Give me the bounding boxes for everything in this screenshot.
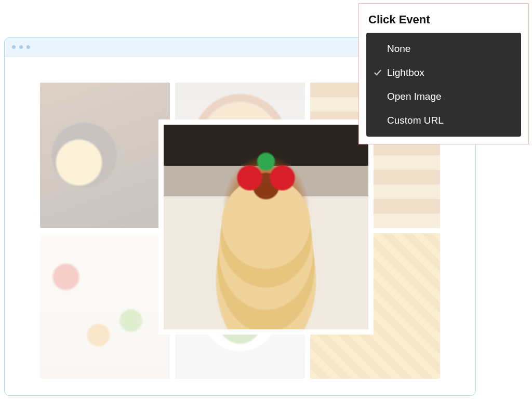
option-label: Custom URL	[387, 115, 444, 126]
click-event-title: Click Event	[368, 13, 519, 26]
click-event-dropdown[interactable]: None Lightbox Open Image Custom URL	[366, 33, 521, 137]
click-event-option-none[interactable]: None	[366, 37, 521, 61]
gallery-thumbnail[interactable]	[40, 233, 170, 379]
window-dot-icon	[12, 45, 16, 49]
check-icon	[374, 69, 387, 77]
option-label: Lightbox	[387, 67, 424, 78]
click-event-option-open-image[interactable]: Open Image	[366, 85, 521, 109]
click-event-option-custom-url[interactable]: Custom URL	[366, 109, 521, 132]
lightbox-preview[interactable]	[158, 119, 374, 335]
gallery-thumbnail[interactable]	[40, 83, 170, 228]
option-label: Open Image	[387, 91, 442, 102]
option-label: None	[387, 43, 410, 55]
window-dot-icon	[26, 45, 30, 49]
lightbox-image	[164, 125, 368, 329]
click-event-panel: Click Event None Lightbox Open Image Cus…	[358, 3, 529, 144]
click-event-option-lightbox[interactable]: Lightbox	[366, 61, 521, 85]
window-dot-icon	[19, 45, 23, 49]
